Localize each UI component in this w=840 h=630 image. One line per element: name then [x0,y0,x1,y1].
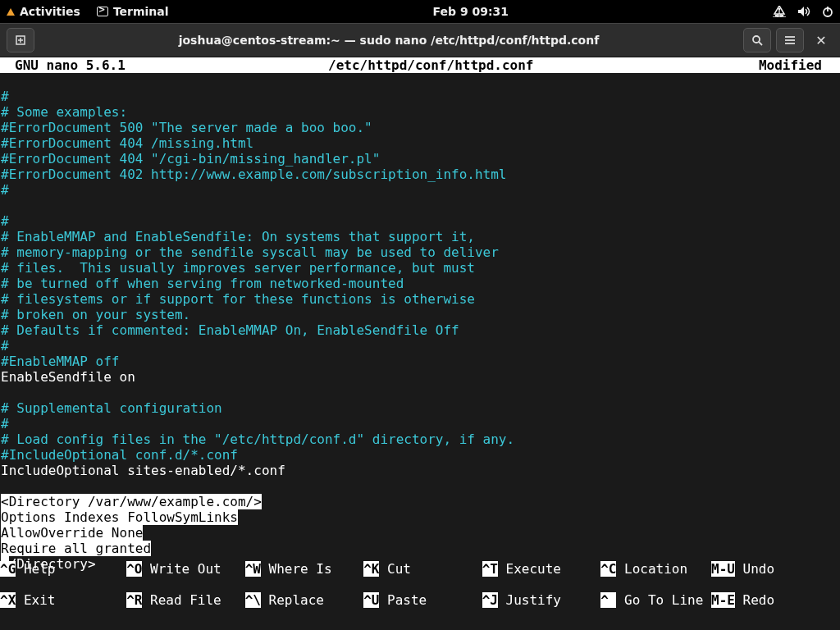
datetime-button[interactable]: Feb 9 09:31 [169,5,773,18]
activities-button[interactable]: Activities [7,5,80,18]
power-icon[interactable] [822,6,833,17]
file-line: # memory-mapping or the sendfile syscall… [1,244,499,260]
hamburger-menu-button[interactable] [776,28,804,52]
file-line: # [1,89,9,104]
window-title: joshua@centos-stream:~ — sudo nano /etc/… [34,34,743,47]
terminal-icon [97,7,108,16]
file-line: #ErrorDocument 404 "/cgi-bin/missing_han… [1,151,380,167]
nano-filename: /etc/httpd/conf/httpd.conf [328,57,759,73]
shortcut-key: ^ [600,592,616,608]
shortcut-key: ^T [482,561,498,577]
shortcut-desc: Redo [735,592,774,608]
shortcut-desc: Execute [498,561,585,577]
shortcut-key: ^J [482,592,498,608]
nano-titlebar: GNU nano 5.6.1 /etc/httpd/conf/httpd.con… [0,57,840,73]
file-line: #ErrorDocument 500 "The server made a bo… [1,120,372,135]
window-titlebar: joshua@centos-stream:~ — sudo nano /etc/… [0,23,840,57]
shortcut-desc: Justify [498,592,585,608]
file-line: <Directory /var/www/example.com/> [1,494,262,509]
svg-point-8 [753,36,760,43]
gnome-top-bar: Activities Terminal Feb 9 09:31 [0,0,840,23]
file-line: # [1,213,9,229]
network-icon[interactable] [773,6,786,17]
file-line: #IncludeOptional conf.d/*.conf [1,447,238,463]
shortcut-desc: Location [616,561,703,577]
editor-content[interactable]: # # Some examples: #ErrorDocument 500 "T… [0,73,840,572]
file-line: AllowOverride None [1,525,143,541]
file-line: # Defaults if commented: EnableMMAP On, … [1,322,459,338]
shortcut-desc: Write Out [142,561,229,577]
close-button[interactable]: ✕ [809,33,833,48]
shortcut-key: ^X [0,592,16,608]
shortcut-key: ^O [126,561,142,577]
shortcut-key: M-E [711,592,735,608]
svg-point-2 [778,8,781,11]
shortcut-desc: Where Is [261,561,348,577]
shortcut-key: M-U [711,561,735,577]
search-button[interactable] [743,28,771,52]
shortcut-key: ^R [126,592,142,608]
file-line: # broken on your system. [1,307,190,322]
file-line: # [1,182,9,198]
file-line: # [1,416,9,431]
datetime-label: Feb 9 09:31 [433,5,509,18]
shortcut-key: ^C [600,561,616,577]
file-line: Options Indexes FollowSymLinks [1,509,238,525]
file-line: # be turned off when serving from networ… [1,276,404,291]
file-line: # Load config files in the "/etc/httpd/c… [1,431,514,447]
shortcut-desc: Paste [379,592,466,608]
shortcut-desc: Exit [16,592,103,608]
new-tab-button[interactable] [7,28,34,52]
shortcut-row-2: ^X Exit ^R Read File ^\ Replace ^U Paste… [0,592,840,608]
shortcut-desc: Cut [379,561,466,577]
file-line: # [1,338,9,354]
shortcut-desc: Read File [142,592,229,608]
nano-modified: Modified [759,57,840,73]
shortcut-row-1: ^G Help ^O Write Out ^W Where Is ^K Cut … [0,561,840,577]
shortcut-key: ^U [363,592,379,608]
nano-version: GNU nano 5.6.1 [0,57,328,73]
shortcut-desc: Go To Line [616,592,703,608]
file-line: # filesystems or if support for these fu… [1,291,475,307]
activities-icon [7,8,15,16]
file-line: EnableSendfile on [1,369,135,385]
app-menu-label: Terminal [113,5,169,18]
shortcut-desc: Replace [261,592,348,608]
activities-label: Activities [20,5,80,18]
file-line: #ErrorDocument 402 http://www.example.co… [1,167,507,182]
file-line: # EnableMMAP and EnableSendfile: On syst… [1,229,475,244]
shortcut-key: ^G [0,561,16,577]
nano-shortcut-bar: ^G Help ^O Write Out ^W Where Is ^K Cut … [0,546,840,623]
file-line: #EnableMMAP off [1,354,120,369]
file-line: # files. This usually improves server pe… [1,260,475,276]
file-line: # Some examples: [1,104,127,120]
file-line: # Supplemental configuration [1,400,222,416]
shortcut-desc: Undo [735,561,774,577]
shortcut-desc: Help [16,561,103,577]
file-line: #ErrorDocument 404 /missing.html [1,135,253,151]
app-menu-terminal[interactable]: Terminal [97,5,169,18]
volume-icon[interactable] [797,6,810,17]
shortcut-key: ^\ [245,592,261,608]
shortcut-key: ^K [363,561,379,577]
svg-line-9 [759,42,762,45]
shortcut-key: ^W [245,561,261,577]
file-line: IncludeOptional sites-enabled/*.conf [1,463,285,478]
